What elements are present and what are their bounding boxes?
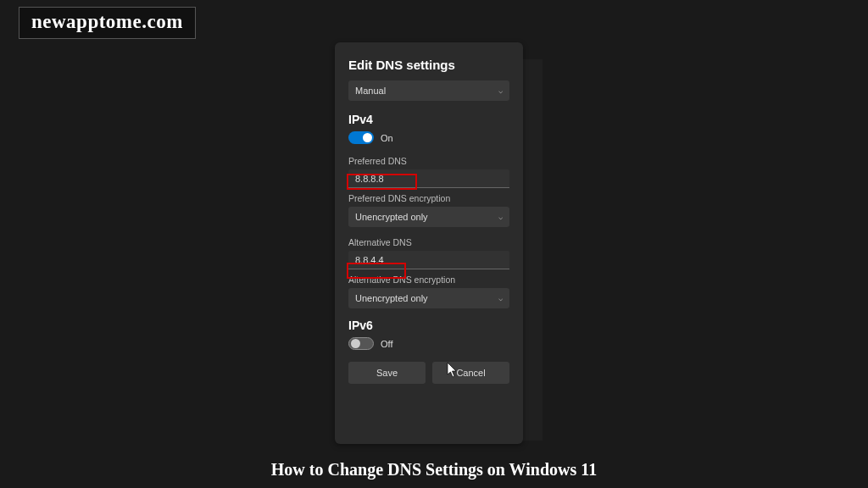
alternative-dns-label: Alternative DNS: [348, 237, 509, 247]
ipv4-toggle[interactable]: [348, 131, 374, 144]
preferred-enc-select[interactable]: Unencrypted only ⌵: [348, 207, 509, 227]
ipv4-section-title: IPv4: [348, 113, 509, 126]
alternative-enc-label: Alternative DNS encryption: [348, 274, 509, 285]
preferred-dns-label: Preferred DNS: [348, 156, 509, 166]
alternative-enc-select[interactable]: Unencrypted only ⌵: [348, 288, 509, 308]
alternative-dns-value: 8.8.4.4: [355, 255, 384, 265]
edit-dns-dialog: Edit DNS settings Manual ⌵ IPv4 On Prefe…: [335, 42, 523, 444]
preferred-enc-value: Unencrypted only: [355, 212, 428, 222]
chevron-down-icon: ⌵: [498, 294, 503, 302]
ipv4-toggle-label: On: [381, 133, 393, 143]
chevron-down-icon: ⌵: [498, 86, 503, 95]
ipv6-toggle-label: Off: [381, 339, 392, 349]
page-caption: How to Change DNS Settings on Windows 11: [0, 460, 868, 480]
preferred-enc-label: Preferred DNS encryption: [348, 193, 509, 203]
mouse-cursor-icon: [447, 363, 459, 381]
dns-mode-value: Manual: [355, 86, 386, 96]
preferred-dns-value: 8.8.8.8: [355, 174, 384, 184]
chevron-down-icon: ⌵: [498, 213, 503, 221]
alternative-dns-input[interactable]: 8.8.4.4: [348, 251, 509, 269]
ipv6-section-title: IPv6: [348, 319, 509, 332]
cancel-button[interactable]: Cancel: [432, 362, 509, 384]
save-button[interactable]: Save: [348, 362, 426, 384]
preferred-dns-input[interactable]: 8.8.8.8: [348, 169, 509, 188]
alternative-enc-value: Unencrypted only: [355, 293, 428, 303]
dns-mode-select[interactable]: Manual ⌵: [348, 80, 509, 101]
watermark-label: newapptome.com: [19, 7, 196, 39]
dialog-title: Edit DNS settings: [348, 58, 509, 72]
ipv6-toggle[interactable]: [348, 337, 374, 350]
